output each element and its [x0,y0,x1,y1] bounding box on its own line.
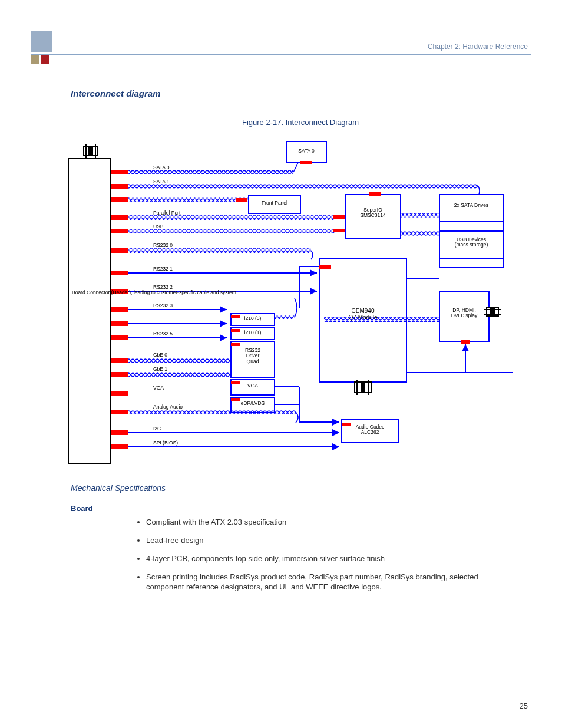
svg-rect-11 [111,271,128,275]
lbl-rsdrv: RS232 Driver Quad [233,348,272,364]
lbl-rs3: RS232 3 [153,303,173,308]
svg-rect-30 [236,198,247,202]
svg-rect-36 [369,192,381,196]
page-number: 25 [520,701,528,710]
lbl-cem940: CEM940 Q7 Module [329,308,397,321]
lbl-acodec: Audio Codec ALC262 [344,424,396,436]
section-board: Board [71,504,93,513]
lbl-gbeports0: VGA [233,383,272,388]
svg-rect-5 [111,170,128,174]
svg-rect-25 [128,184,478,189]
lbl-satadrives: 2x SATA Drives [443,203,500,208]
lbl-gbeports1: eDP/LVDS [233,401,272,406]
lbl-dphdmi: DP, HDMI, DVI Display [443,308,485,319]
brand-logo [31,31,52,64]
svg-rect-27 [439,222,503,231]
svg-rect-13 [111,307,128,312]
bullet-0: Compliant with the ATX 2.03 specificatio… [146,518,511,528]
lbl-i2101: i210 (1) [233,330,272,335]
svg-rect-37 [401,213,439,218]
lbl-usb: USB [153,224,163,229]
svg-rect-72 [461,340,470,344]
lbl-i2c: I2C [153,426,161,431]
svg-rect-19 [111,410,128,414]
svg-rect-2 [88,146,93,156]
lbl-rs2: RS232 2 [153,285,173,290]
svg-rect-48 [319,265,331,269]
svg-rect-59 [275,315,295,319]
svg-rect-14 [111,321,128,326]
svg-rect-41 [128,248,311,253]
lbl-parport: Parallel Port [153,210,180,216]
svg-rect-50 [361,382,365,393]
lbl-sata1: SATA 1 [153,179,170,185]
svg-rect-20 [111,430,128,435]
header-rule [31,54,531,55]
bullet-3: Screen printing includes RadiSys product… [146,572,511,592]
lbl-superio: SuperIO SMSC3114 [348,207,398,219]
svg-rect-7 [111,197,128,202]
section-interconnect: Interconnect diagram [71,88,161,98]
bullet-1: Lead-free design [146,536,511,546]
chapter-header: Chapter 2: Hardware Reference [428,42,528,52]
lbl-gbe0: GbE 0 [153,353,167,358]
bullet-2: 4-layer PCB, components top side only, i… [146,554,511,564]
lbl-rs5: RS232 5 [153,331,173,337]
lbl-usbdev: USB Devices (mass storage) [443,237,500,248]
lbl-i2100: i210 (0) [233,316,272,321]
lbl-vga: VGA [153,386,164,391]
svg-rect-28 [128,197,249,202]
svg-rect-81 [128,410,296,414]
page: Chapter 2: Hardware Reference Interconne… [0,0,562,728]
section-mechanical: Mechanical Specifications [71,483,166,493]
svg-rect-16 [111,358,128,363]
svg-rect-58 [231,343,240,346]
svg-rect-6 [111,184,128,189]
svg-rect-34 [333,229,345,232]
board-bullets: Compliant with the ATX 2.03 specificatio… [128,518,511,600]
svg-rect-8 [111,215,128,220]
svg-rect-17 [111,372,128,377]
lbl-gbe1: GbE 1 [153,367,167,372]
lbl-rs0: RS232 0 [153,243,173,248]
svg-rect-15 [111,335,128,340]
lbl-rs1: RS232 1 [153,266,173,272]
svg-rect-38 [401,231,439,236]
interconnect-diagram: Board Connector (Header), leading to cus… [65,137,513,464]
lbl-left-conn: Board Connector (Header), leading to cus… [72,290,107,295]
svg-rect-0 [68,159,111,464]
lbl-spi: SPI (BIOS) [153,440,178,446]
svg-rect-40 [439,258,503,268]
svg-rect-21 [111,444,128,449]
svg-rect-9 [111,229,128,233]
svg-rect-18 [111,391,128,396]
lbl-sata0: SATA 0 [289,149,324,154]
lbl-frontpanel: Front Panel [251,200,298,206]
svg-rect-24 [300,161,312,164]
svg-rect-10 [111,248,128,253]
lbl-sata0b: SATA 0 [153,165,170,170]
figure-caption: Figure 2-17. Interconnect Diagram [71,118,530,127]
lbl-aaudio: Analog Audio [153,404,183,410]
svg-rect-62 [128,358,231,363]
svg-rect-32 [333,215,345,219]
svg-rect-63 [128,372,231,377]
